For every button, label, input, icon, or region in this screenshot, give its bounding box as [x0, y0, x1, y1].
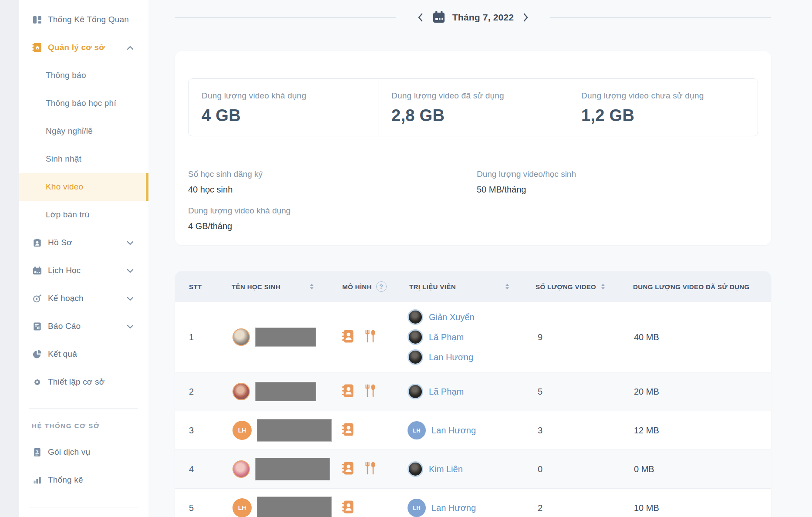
row-index: 2 [175, 387, 219, 397]
sidebar-item-label: Thông báo [46, 71, 86, 80]
sidebar-item-lop-ban-tru[interactable]: Lớp bán trú [19, 201, 148, 229]
detail-label: Dung lượng video khả dụng [188, 206, 477, 216]
table-row[interactable]: 3 LH LH Lan Hương 3 12 MB [175, 411, 771, 450]
chevron-down-icon[interactable] [126, 322, 134, 330]
sidebar-item-bao-cao[interactable]: Báo Cáo [19, 312, 148, 340]
sidebar-item-label: Lịch Học [48, 266, 81, 275]
row-index: 4 [175, 464, 219, 474]
therapist-name[interactable]: Giản Xuyến [429, 312, 475, 322]
sidebar-item-sinh-nhat[interactable]: Sinh nhật [19, 145, 148, 173]
sidebar-item-thong-ke-tong-quan[interactable]: Thống Kê Tổng Quan [19, 6, 148, 34]
sidebar-item-lich-hoc[interactable]: Lịch Học [19, 257, 148, 284]
therapist-name[interactable]: Lã Phạm [429, 387, 464, 397]
therapist-cell: Lã Phạm [408, 382, 536, 401]
sidebar-item-label: Gói dịch vụ [48, 447, 90, 457]
sidebar-item-label: Lớp bán trú [46, 210, 89, 220]
sidebar-item-kho-video[interactable]: Kho video [19, 173, 148, 201]
divider-line [175, 17, 396, 18]
column-header-student-name: TÊN HỌC SINH [219, 283, 342, 291]
chevron-down-icon[interactable] [126, 267, 134, 274]
month-navigator: Tháng 7, 2022 [175, 5, 771, 30]
model-cell [342, 500, 408, 515]
therapist-entry[interactable]: Giản Xuyến [408, 308, 536, 326]
sidebar-item-label: Thống Kê Tổng Quan [48, 15, 129, 24]
sidebar-item-ho-so[interactable]: Hồ Sơ [19, 229, 148, 257]
sidebar-item-ke-hoach[interactable]: Kế hoạch [19, 284, 148, 312]
sidebar-item-thiet-lap-co-so[interactable]: Thiết lập cơ sở [19, 368, 148, 396]
therapist-name[interactable]: Lan Hương [429, 352, 473, 362]
video-storage-table: STT TÊN HỌC SINH MÔ HÌNH ? TRỊ LIỆU VIÊN… [175, 271, 771, 517]
sidebar-item-label: Thống kê [48, 475, 83, 485]
therapist-name[interactable]: Lan Hương [431, 503, 476, 513]
therapist-name[interactable]: Lan Hương [431, 426, 476, 436]
therapist-entry[interactable]: Lã Phạm [408, 328, 536, 346]
column-header-model: MÔ HÌNH ? [342, 281, 408, 292]
previous-month-button[interactable] [415, 11, 425, 24]
therapist-entry[interactable]: Kim Liên [408, 460, 536, 478]
sidebar-item-thong-ke[interactable]: Thống kê [19, 466, 148, 494]
chevron-down-icon[interactable] [126, 239, 134, 247]
table-row[interactable]: 2 Lã Phạm 5 20 MB [175, 372, 771, 411]
contact-book-icon [342, 462, 354, 476]
sidebar-item-thong-bao[interactable]: Thông báo [19, 61, 148, 89]
sidebar-item-label: Kế hoạch [48, 294, 84, 303]
contact-book-icon [342, 423, 354, 438]
therapist-entry[interactable]: LH Lan Hương [408, 421, 536, 439]
detail-storage-available-monthly: Dung lượng video khả dụng 4 GB/tháng [188, 206, 477, 231]
sidebar-item-goi-dich-vu[interactable]: Gói dịch vụ [19, 438, 148, 466]
therapist-avatar-initials: LH [408, 421, 426, 439]
sidebar-item-ket-qua[interactable]: Kết quả [19, 340, 148, 368]
student-cell: LH [219, 497, 342, 517]
column-header-stt: STT [175, 283, 219, 291]
sidebar-item-quan-ly-co-so[interactable]: Quản lý cơ sở [19, 34, 148, 61]
chevron-down-icon[interactable] [126, 294, 134, 302]
divider-line [550, 17, 771, 18]
sort-icon[interactable] [309, 283, 314, 290]
storage-used: 10 MB [633, 503, 771, 513]
detail-label: Dung lượng video/học sinh [477, 169, 758, 179]
table-row[interactable]: 5 LH LH Lan Hương 2 10 MB [175, 489, 771, 517]
model-cell [342, 384, 408, 399]
row-index: 5 [175, 503, 219, 513]
column-header-label: SỐ LƯỢNG VIDEO [536, 283, 596, 291]
therapist-entry[interactable]: Lã Phạm [408, 382, 536, 401]
therapist-name[interactable]: Lã Phạm [429, 332, 464, 342]
therapist-avatar-initials: LH [408, 499, 426, 517]
redacted-student-name [257, 497, 332, 517]
video-count: 0 [536, 464, 633, 474]
sidebar-item-label: Thông báo học phí [46, 98, 116, 108]
sort-icon[interactable] [600, 283, 606, 290]
sidebar-item-label: Hồ Sơ [48, 238, 72, 247]
student-cell [219, 458, 342, 480]
video-count: 3 [536, 426, 633, 436]
detail-students-registered: Số học sinh đăng ký 40 học sinh [188, 169, 477, 195]
redacted-student-name [257, 419, 332, 442]
therapist-name[interactable]: Kim Liên [429, 464, 463, 474]
model-cell [342, 462, 408, 476]
chevron-up-icon[interactable] [126, 44, 134, 51]
pie-chart-icon [32, 349, 42, 359]
stat-value: 2,8 GB [391, 106, 568, 125]
sort-icon[interactable] [505, 283, 510, 290]
redacted-student-name [255, 382, 316, 401]
sidebar-item-thong-bao-hoc-phi[interactable]: Thông báo học phí [19, 89, 148, 117]
therapist-entry[interactable]: Lan Hương [408, 348, 536, 366]
invoice-icon [32, 447, 42, 457]
table-row[interactable]: 1 Giản Xuyến Lã Phạm [175, 302, 771, 372]
next-month-button[interactable] [521, 11, 531, 24]
model-cell [342, 423, 408, 438]
storage-used: 0 MB [633, 464, 771, 474]
sidebar-item-ngay-nghi-le[interactable]: Ngày nghỉ/lễ [19, 117, 148, 145]
student-cell: LH [219, 419, 342, 442]
stat-label: Dung lượng video chưa sử dụng [581, 91, 758, 101]
window-edge-strip [0, 0, 19, 517]
therapist-entry[interactable]: LH Lan Hương [408, 499, 536, 517]
stat-label: Dung lượng video đã sử dụng [391, 91, 568, 101]
calendar-icon [432, 10, 445, 25]
table-row[interactable]: 4 Kim Liên 0 0 MB [175, 450, 771, 489]
help-icon[interactable]: ? [376, 281, 387, 292]
therapist-avatar [408, 461, 423, 477]
column-header-video-count: SỐ LƯỢNG VIDEO [536, 283, 633, 291]
student-avatar-initials: LH [232, 421, 252, 440]
sidebar-item-label: Kho video [46, 182, 83, 192]
